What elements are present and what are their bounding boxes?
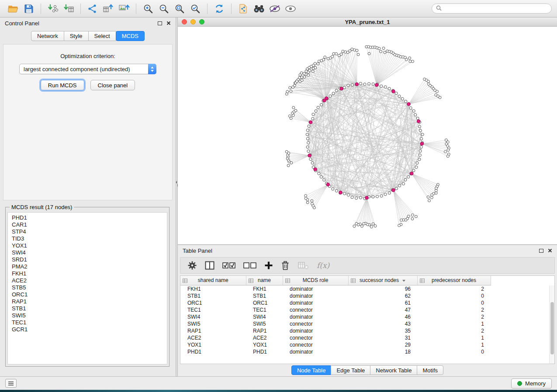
column-header-predecessor-nodes[interactable]: predecessor nodes bbox=[417, 276, 491, 285]
table-row[interactable]: RAP1RAP1dominator352 bbox=[180, 327, 491, 334]
result-node-tec1[interactable]: TEC1 bbox=[12, 319, 163, 326]
column-label: predecessor nodes bbox=[432, 277, 476, 283]
show-all-icon[interactable] bbox=[283, 2, 298, 15]
close-panel-button[interactable]: Close panel bbox=[90, 80, 135, 90]
open-file-icon[interactable] bbox=[5, 2, 21, 15]
network-view[interactable] bbox=[178, 27, 557, 244]
network-canvas[interactable] bbox=[178, 27, 557, 244]
save-icon[interactable] bbox=[21, 2, 37, 15]
table-row[interactable]: ORC1ORC1dominator610 bbox=[180, 299, 491, 306]
network-window-header[interactable]: YPA_prune.txt_1 bbox=[178, 17, 557, 27]
close-panel-icon[interactable] bbox=[166, 20, 171, 27]
table-row[interactable]: YOX1YOX1connector291 bbox=[180, 341, 491, 348]
main-area: Control Panel NetworkStyleSelectMCDS Opt… bbox=[0, 17, 557, 376]
toolbar-separator bbox=[80, 3, 81, 14]
result-node-swi4[interactable]: SWI4 bbox=[12, 249, 163, 256]
table-cell: 0 bbox=[417, 292, 491, 299]
tab-node-table[interactable]: Node Table bbox=[291, 365, 332, 375]
control-panel: Control Panel NetworkStyleSelectMCDS Opt… bbox=[0, 17, 176, 376]
select-all-icon[interactable] bbox=[222, 261, 235, 269]
tab-style[interactable]: Style bbox=[64, 31, 89, 41]
optimization-criterion-select[interactable]: largest connected component (undirected) bbox=[19, 64, 156, 74]
table-vertical-scrollbar[interactable] bbox=[549, 285, 554, 364]
search-input[interactable] bbox=[444, 6, 547, 12]
result-node-pma2[interactable]: PMA2 bbox=[12, 263, 163, 270]
table-row[interactable]: STB1STB1dominator620 bbox=[180, 292, 491, 299]
table-cell: 0 bbox=[417, 299, 491, 306]
tab-select[interactable]: Select bbox=[88, 31, 116, 41]
table-row[interactable]: SWI5SWI5connector431 bbox=[180, 320, 491, 327]
result-node-srd1[interactable]: SRD1 bbox=[12, 256, 163, 263]
import-table-icon[interactable] bbox=[61, 2, 76, 15]
tab-motifs[interactable]: Motifs bbox=[417, 365, 443, 375]
result-node-gcr1[interactable]: GCR1 bbox=[12, 326, 163, 333]
result-node-tid3[interactable]: TID3 bbox=[12, 235, 163, 242]
column-header-MCDS-role[interactable]: MCDS role bbox=[283, 276, 348, 285]
table-cell: dominator bbox=[283, 348, 348, 355]
result-node-stb1[interactable]: STB1 bbox=[12, 305, 163, 312]
tab-network[interactable]: Network bbox=[31, 31, 64, 41]
function-builder-icon[interactable]: f(x) bbox=[317, 261, 329, 270]
sort-chevron-icon[interactable] bbox=[402, 277, 406, 283]
table-row[interactable]: ACE2ACE2connector311 bbox=[180, 334, 491, 341]
run-mcds-button[interactable]: Run MCDS bbox=[41, 80, 84, 90]
result-node-car1[interactable]: CAR1 bbox=[12, 221, 163, 228]
clone-network-icon[interactable] bbox=[235, 2, 251, 15]
column-grid-icon bbox=[351, 278, 356, 284]
zoom-in-icon[interactable] bbox=[140, 2, 156, 15]
table-cell: 46 bbox=[348, 313, 417, 320]
result-node-fkh1[interactable]: FKH1 bbox=[12, 270, 163, 277]
zoom-selected-icon[interactable] bbox=[187, 2, 203, 15]
zoom-out-icon[interactable] bbox=[156, 2, 172, 15]
tab-edge-table[interactable]: Edge Table bbox=[331, 365, 370, 375]
result-node-ace2[interactable]: ACE2 bbox=[12, 277, 163, 284]
import-network-icon[interactable] bbox=[45, 2, 61, 15]
export-image-icon[interactable] bbox=[116, 2, 132, 15]
search-box[interactable] bbox=[432, 3, 552, 14]
table-cell: FKH1 bbox=[246, 285, 283, 292]
result-node-swi5[interactable]: SWI5 bbox=[12, 312, 163, 319]
split-panel-icon[interactable] bbox=[205, 261, 214, 270]
float-table-panel-icon[interactable] bbox=[539, 249, 543, 253]
settings-icon[interactable] bbox=[187, 261, 197, 270]
float-panel-icon[interactable] bbox=[158, 21, 162, 25]
table-row[interactable]: TEC1TEC1connector472 bbox=[180, 306, 491, 313]
result-node-stp4[interactable]: STP4 bbox=[12, 228, 163, 235]
result-node-yox1[interactable]: YOX1 bbox=[12, 242, 163, 249]
table-row[interactable]: FKH1FKH1dominator962 bbox=[180, 285, 491, 292]
window-close-button[interactable] bbox=[182, 19, 187, 24]
result-node-phd1[interactable]: PHD1 bbox=[12, 214, 163, 221]
refresh-icon[interactable] bbox=[211, 2, 227, 15]
result-node-stb5[interactable]: STB5 bbox=[12, 284, 163, 291]
close-table-panel-icon[interactable] bbox=[548, 248, 552, 254]
window-zoom-button[interactable] bbox=[199, 19, 204, 24]
tab-network-table[interactable]: Network Table bbox=[370, 365, 417, 375]
column-header-successor-nodes[interactable]: successor nodes bbox=[348, 276, 417, 285]
deselect-all-icon[interactable] bbox=[243, 261, 256, 269]
table-row[interactable]: SWI4SWI4dominator462 bbox=[180, 313, 491, 320]
mcds-result-list[interactable]: PHD1CAR1STP4TID3YOX1SWI4SRD1PMA2FKH1ACE2… bbox=[7, 212, 167, 364]
tab-mcds[interactable]: MCDS bbox=[116, 31, 145, 41]
table-cell: RAP1 bbox=[246, 327, 283, 334]
export-network-icon[interactable] bbox=[85, 2, 100, 15]
criterion-selected-value: largest connected component (undirected) bbox=[20, 66, 148, 72]
add-row-icon[interactable] bbox=[264, 261, 273, 270]
hide-selected-icon[interactable] bbox=[267, 2, 283, 15]
window-minimize-button[interactable] bbox=[190, 19, 196, 24]
table-row[interactable]: PHD1PHD1dominator180 bbox=[180, 348, 491, 355]
node-table[interactable]: shared namenameMCDS rolesuccessor nodesp… bbox=[180, 275, 555, 364]
result-node-orc1[interactable]: ORC1 bbox=[12, 291, 163, 298]
delete-row-icon[interactable] bbox=[281, 261, 290, 270]
column-header-shared-name[interactable]: shared name bbox=[180, 276, 246, 285]
memory-button[interactable]: Memory bbox=[511, 378, 552, 389]
scrollbar-thumb[interactable] bbox=[550, 302, 554, 354]
first-neighbors-icon[interactable] bbox=[251, 2, 267, 15]
menu-icon[interactable] bbox=[5, 379, 17, 388]
right-area: YPA_prune.txt_1 Table Panel f(x) bbox=[178, 17, 557, 376]
column-header-name[interactable]: name bbox=[246, 276, 283, 285]
table-cell: dominator bbox=[283, 313, 348, 320]
table-cell: 29 bbox=[348, 341, 417, 348]
result-node-rap1[interactable]: RAP1 bbox=[12, 298, 163, 305]
zoom-fit-icon[interactable] bbox=[172, 2, 187, 15]
export-table-icon[interactable] bbox=[100, 2, 116, 15]
